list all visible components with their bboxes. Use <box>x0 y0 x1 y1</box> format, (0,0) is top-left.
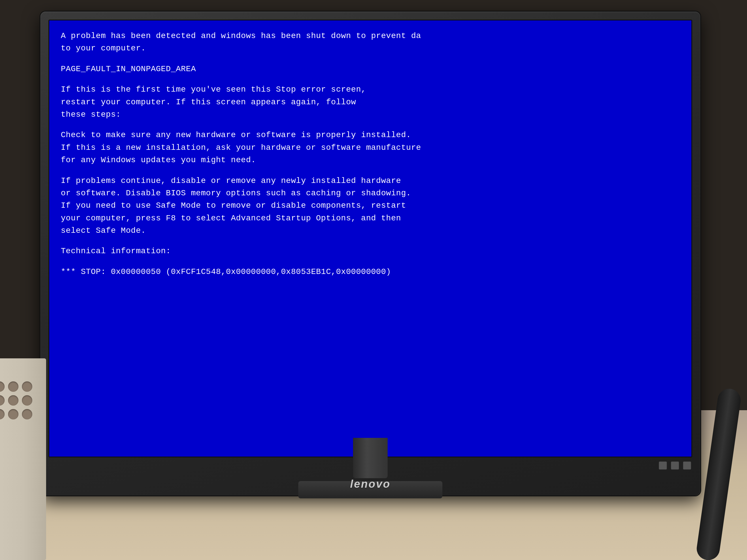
bsod-error-code: PAGE_FAULT_IN_NONPAGED_AREA <box>61 63 680 75</box>
vent-hole-2 <box>8 381 19 392</box>
vent-hole-5 <box>8 395 19 406</box>
monitor-brand-label: lenovo <box>350 478 390 490</box>
vent-hole-7 <box>0 409 5 420</box>
bsod-spacer-2 <box>61 75 680 83</box>
bsod-spacer-4 <box>61 166 680 175</box>
bsod-stop-line: *** STOP: 0x00000050 (0xFCF1C548,0x00000… <box>61 266 680 278</box>
bsod-para3-line1: If problems continue, disable or remove … <box>61 175 680 187</box>
bsod-para3-line5: select Safe Mode. <box>61 224 680 237</box>
bsod-para2-line1: Check to make sure any new hardware or s… <box>61 129 680 141</box>
vent-hole-8 <box>8 409 19 420</box>
bsod-para1-line1: If this is the first time you've seen th… <box>61 83 680 96</box>
bsod-line-2: to your computer. <box>61 42 680 54</box>
bsod-spacer-3 <box>61 121 680 129</box>
bsod-para2-line2: If this is a new installation, ask your … <box>61 141 680 154</box>
monitor-screen: A problem has been detected and windows … <box>48 20 692 457</box>
bsod-spacer-1 <box>61 55 680 63</box>
monitor-stand-neck <box>353 438 388 478</box>
bsod-para3-line2: or software. Disable BIOS memory options… <box>61 187 680 199</box>
bsod-line-1: A problem has been detected and windows … <box>61 30 680 42</box>
bsod-spacer-5 <box>61 237 680 245</box>
bsod-tech-info: Technical information: <box>61 245 680 257</box>
vent-hole-3 <box>22 381 32 392</box>
vent-hole-1 <box>0 381 5 392</box>
bsod-para3-line3: If you need to use Safe Mode to remove o… <box>61 199 680 212</box>
bsod-display: A problem has been detected and windows … <box>49 21 691 457</box>
bsod-para3-line4: your computer, press F8 to select Advanc… <box>61 212 680 224</box>
vent-hole-9 <box>22 409 32 420</box>
monitor-controls <box>659 461 691 470</box>
monitor-button-1[interactable] <box>659 461 667 470</box>
bsod-para1-line3: these steps: <box>61 108 680 121</box>
bsod-para1-line2: restart your computer. If this screen ap… <box>61 96 680 108</box>
monitor-button-2[interactable] <box>671 461 679 470</box>
tower-ventilation <box>0 381 32 420</box>
monitor-button-3[interactable] <box>683 461 691 470</box>
bsod-para2-line3: for any Windows updates you might need. <box>61 154 680 166</box>
vent-hole-6 <box>22 395 32 406</box>
bsod-spacer-6 <box>61 258 680 266</box>
monitor-bezel: A problem has been detected and windows … <box>40 11 700 496</box>
computer-tower <box>0 358 46 560</box>
vent-hole-4 <box>0 395 5 406</box>
